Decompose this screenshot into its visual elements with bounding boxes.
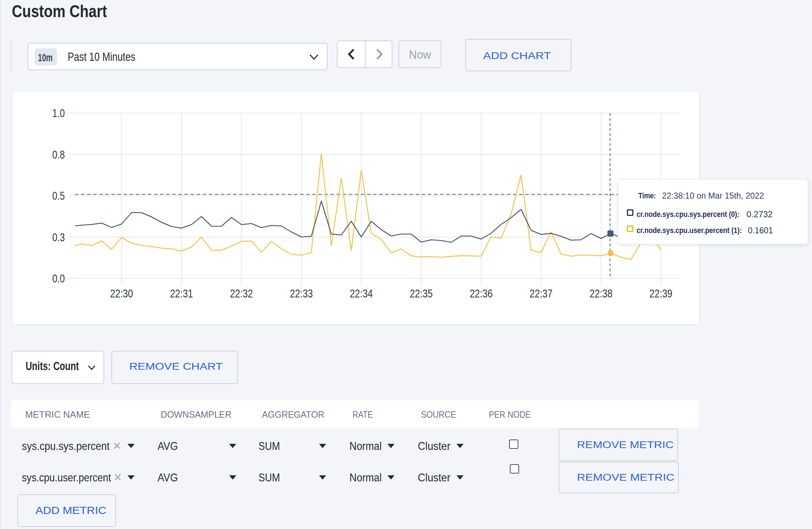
svg-text:✕: ✕ xyxy=(113,440,121,452)
svg-text:Custom Chart: Custom Chart xyxy=(12,2,107,21)
svg-text:22:30: 22:30 xyxy=(110,287,133,300)
svg-text:SUM: SUM xyxy=(258,471,280,484)
svg-text:22:33: 22:33 xyxy=(290,287,313,300)
svg-text:Normal: Normal xyxy=(349,440,382,452)
svg-text:Cluster: Cluster xyxy=(418,471,450,484)
svg-text:0.0: 0.0 xyxy=(52,272,65,285)
svg-text:sys.cpu.sys.percent: sys.cpu.sys.percent xyxy=(22,440,110,452)
svg-text:0.3: 0.3 xyxy=(52,231,65,244)
svg-text:SUM: SUM xyxy=(258,440,280,452)
svg-text:22:38: 22:38 xyxy=(590,287,613,300)
svg-text:AVG: AVG xyxy=(158,471,178,484)
svg-text:AVG: AVG xyxy=(158,440,178,452)
svg-text:22:37: 22:37 xyxy=(530,287,552,300)
svg-text:Normal: Normal xyxy=(349,471,382,484)
svg-text:22:32: 22:32 xyxy=(230,287,253,300)
svg-text:Cluster: Cluster xyxy=(418,440,450,452)
svg-text:22:36: 22:36 xyxy=(470,287,493,300)
svg-text:0.8: 0.8 xyxy=(52,149,65,161)
svg-text:sys.cpu.user.percent: sys.cpu.user.percent xyxy=(22,471,111,484)
svg-text:22:34: 22:34 xyxy=(350,287,373,300)
svg-text:✕: ✕ xyxy=(113,472,122,483)
svg-text:22:35: 22:35 xyxy=(410,287,433,300)
svg-text:1.0: 1.0 xyxy=(52,107,65,120)
svg-text:0.5: 0.5 xyxy=(52,190,65,202)
svg-text:22:31: 22:31 xyxy=(170,287,193,300)
svg-text:22:39: 22:39 xyxy=(649,287,672,300)
